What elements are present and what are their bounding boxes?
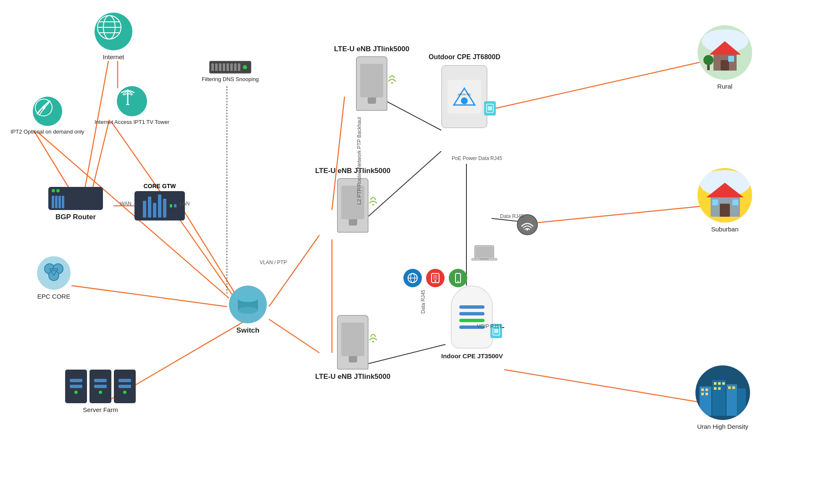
- laptop-icon: [471, 244, 498, 266]
- dns-device-icon: [209, 61, 251, 74]
- svg-rect-103: [718, 382, 721, 385]
- urban-icon: [695, 365, 750, 420]
- wan-label: WAN: [120, 201, 132, 207]
- svg-point-44: [243, 65, 247, 69]
- bgp-router-node: BGP Router: [48, 187, 103, 222]
- svg-rect-98: [701, 388, 704, 391]
- svg-point-67: [434, 280, 436, 282]
- svg-rect-75: [480, 258, 489, 260]
- poe-label: PoE Power Data RJ45: [452, 155, 502, 161]
- svg-line-20: [504, 370, 706, 403]
- internet-node: Internet: [95, 13, 132, 61]
- svg-rect-73: [476, 247, 493, 257]
- lan-label: LAN: [180, 201, 190, 207]
- svg-rect-91: [712, 200, 718, 205]
- bgp-router-icon: [48, 187, 103, 210]
- lte-top-device: [356, 56, 387, 111]
- internet-service-icon: [403, 269, 422, 287]
- svg-line-6: [71, 286, 227, 307]
- svg-rect-96: [727, 384, 737, 416]
- svg-rect-99: [706, 388, 708, 391]
- svg-rect-108: [732, 386, 735, 389]
- svg-line-5: [181, 206, 235, 294]
- svg-rect-39: [223, 63, 225, 71]
- lte-bot-device: [337, 315, 369, 370]
- svg-rect-68: [433, 275, 437, 280]
- indoor-cpe-device: [451, 286, 493, 349]
- l2-ptp-label: L2 PTP/Routed Network PTP Backhaul: [356, 117, 362, 205]
- tower-icon: [117, 86, 147, 116]
- svg-rect-37: [215, 63, 218, 71]
- tv-tower-node: Internet Access IPT1 TV Tower: [95, 86, 169, 126]
- epc-core-icon: [37, 256, 71, 290]
- data-rj45-2-label: Data RJ45: [420, 290, 426, 314]
- satellite-icon: [33, 97, 62, 126]
- svg-rect-90: [720, 204, 730, 217]
- suburban-icon: [698, 168, 752, 223]
- svg-line-11: [269, 319, 319, 353]
- tv-tower-label: Internet Access IPT1 TV Tower: [95, 119, 169, 126]
- svg-rect-43: [238, 63, 240, 71]
- core-gtw-node: CORE GTW: [134, 183, 185, 220]
- switch-node: Switch: [229, 286, 267, 335]
- svg-rect-85: [707, 65, 710, 70]
- svg-rect-105: [714, 387, 716, 390]
- lte-top-label: LTE-U eNB JTlink5000: [334, 45, 409, 54]
- ipt2-label: IPT2 Optional on demand only: [11, 129, 84, 136]
- svg-line-10: [269, 235, 319, 307]
- switch-icon: [229, 286, 267, 323]
- svg-rect-106: [718, 387, 721, 390]
- svg-point-55: [391, 82, 393, 84]
- server-farm-label: Server Farm: [83, 406, 118, 414]
- svg-point-30: [42, 106, 45, 109]
- lte-mid-device: [337, 178, 369, 233]
- suburban-node: Suburban: [698, 168, 752, 234]
- svg-line-17: [492, 61, 706, 109]
- svg-rect-83: [728, 56, 734, 62]
- satellite-node: IPT2 Optional on demand only: [11, 97, 84, 136]
- phone-service-icon: [426, 269, 445, 287]
- svg-rect-100: [701, 393, 704, 395]
- svg-line-2: [90, 120, 109, 197]
- indoor-cpe-node: Indoor CPE JT3500V: [441, 286, 503, 360]
- server-farm-node: Server Farm: [65, 370, 136, 414]
- svg-rect-42: [234, 63, 237, 71]
- svg-point-70: [458, 281, 459, 282]
- svg-rect-82: [721, 60, 729, 71]
- svg-point-59: [461, 97, 468, 104]
- bgp-router-label: BGP Router: [55, 213, 96, 222]
- suburban-label: Suburban: [711, 225, 738, 234]
- svg-point-84: [703, 55, 713, 65]
- outdoor-cpe-node: Outdoor CPE JT6800D JATON TEC: [429, 50, 500, 128]
- svg-rect-62: [488, 106, 492, 110]
- switch-label: Switch: [237, 326, 260, 335]
- svg-rect-107: [728, 386, 731, 389]
- svg-rect-77: [494, 329, 498, 333]
- lte-bot-label: LTE-U eNB JTlink5000: [315, 372, 390, 381]
- svg-text:JATON TEC: JATON TEC: [458, 93, 471, 96]
- svg-rect-97: [737, 388, 746, 416]
- server-farm-icon: [65, 370, 136, 403]
- core-gtw-title: CORE GTW: [144, 183, 176, 189]
- internet-icon: [95, 13, 132, 50]
- core-gtw-icon: [134, 191, 185, 220]
- rural-icon: [698, 25, 752, 80]
- service-icons-row: [403, 269, 467, 287]
- svg-point-54: [238, 295, 258, 302]
- outdoor-cpe-device: JATON TEC: [441, 65, 487, 128]
- svg-rect-92: [732, 200, 738, 205]
- svg-rect-38: [219, 63, 221, 71]
- svg-line-3: [84, 61, 108, 193]
- svg-rect-102: [714, 382, 716, 385]
- lte-top-node: LTE-U eNB JTlink5000: [334, 42, 409, 111]
- svg-rect-95: [712, 380, 726, 416]
- svg-point-56: [372, 204, 374, 206]
- svg-point-53: [238, 307, 258, 314]
- filtering-dns-label: Filtering DNS Snooping: [202, 76, 259, 83]
- outdoor-cpe-title: Outdoor CPE JT6800D: [429, 53, 500, 62]
- svg-rect-36: [211, 63, 214, 71]
- data-rj45-label: Data RJ45: [500, 213, 524, 219]
- urban-label: Uran High Density: [697, 423, 748, 431]
- svg-line-19: [538, 206, 706, 223]
- lte-bot-node: LTE-U eNB JTlink5000: [315, 315, 390, 381]
